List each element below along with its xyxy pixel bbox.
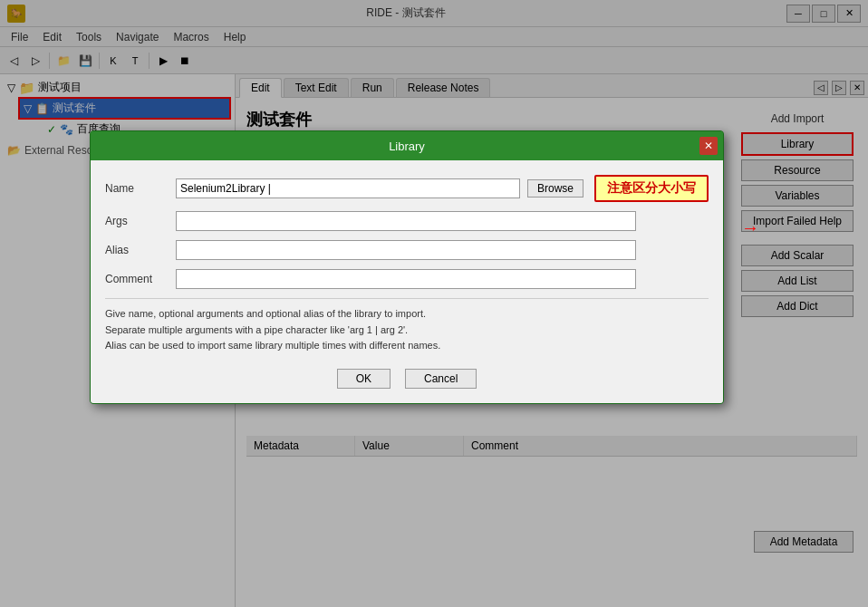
name-input[interactable]	[176, 178, 520, 198]
dialog-comment-row: Comment	[105, 269, 709, 289]
library-dialog: Library ✕ Name Browse 注意区分大小写 Args Alias	[90, 130, 724, 404]
arrow-annotation: →	[741, 217, 759, 238]
dialog-title-text: Library	[114, 140, 699, 153]
name-row-right: Browse 注意区分大小写	[527, 175, 709, 202]
dialog-args-row: Args	[105, 211, 709, 231]
comment-label: Comment	[105, 273, 169, 285]
alias-label: Alias	[105, 244, 169, 256]
cancel-button[interactable]: Cancel	[405, 369, 477, 389]
dialog-footer: OK Cancel	[105, 369, 709, 389]
args-label: Args	[105, 215, 169, 227]
dialog-close-button[interactable]: ✕	[699, 137, 718, 155]
hint-label: 注意区分大小写	[594, 175, 709, 202]
dialog-alias-row: Alias	[105, 240, 709, 260]
desc-line-2: Separate multiple arguments with a pipe …	[105, 323, 709, 339]
comment-input[interactable]	[176, 269, 636, 289]
dialog-description: Give name, optional arguments and option…	[105, 298, 709, 358]
name-label: Name	[105, 182, 169, 195]
alias-input[interactable]	[176, 240, 636, 260]
browse-button[interactable]: Browse	[527, 179, 583, 198]
desc-line-3: Alias can be used to import same library…	[105, 338, 709, 354]
desc-line-1: Give name, optional arguments and option…	[105, 306, 709, 323]
dialog-overlay: → Library ✕ Name Browse 注意区分大小写 Args	[0, 0, 868, 607]
arrow-icon: →	[741, 217, 759, 238]
dialog-title-bar: Library ✕	[91, 131, 723, 160]
args-input[interactable]	[176, 211, 636, 231]
dialog-body: Name Browse 注意区分大小写 Args Alias Comment	[91, 160, 723, 403]
ok-button[interactable]: OK	[337, 369, 391, 389]
dialog-name-row: Name Browse 注意区分大小写	[105, 175, 709, 202]
